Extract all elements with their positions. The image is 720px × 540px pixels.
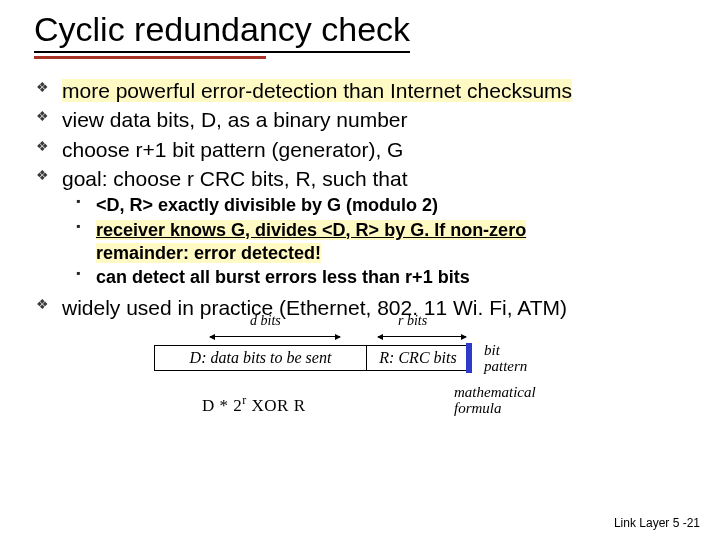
- formula-post: XOR R: [247, 396, 306, 415]
- bullet-text: goal: choose r CRC bits, R, such that: [62, 167, 408, 190]
- bitpattern-line1: bit: [484, 342, 500, 358]
- dbits-arrow: [210, 329, 340, 343]
- slide-title-wrap: Cyclic redundancy check: [34, 10, 696, 53]
- crc-diagram: d bits r bits D: data bits to be sent R:…: [154, 327, 574, 427]
- bitpattern-line2: pattern: [484, 358, 527, 374]
- bullet-text: view data bits, D, as a binary number: [62, 108, 408, 131]
- rbits-arrow: [378, 329, 466, 343]
- bullet-text: widely used in practice (Ethernet, 802. …: [62, 296, 567, 319]
- sub-bullet-text-line1: receiver knows G, divides <D, R> by G. I…: [96, 220, 526, 240]
- bitpattern-box: D: data bits to be sent R: CRC bits: [154, 345, 470, 371]
- math-formula-line2: formula: [454, 400, 502, 416]
- dbits-label: d bits: [250, 313, 281, 329]
- sub-bullet-text: can detect all burst errors less than r+…: [96, 267, 470, 287]
- sub-bullet-item: receiver knows G, divides <D, R> by G. I…: [74, 219, 696, 266]
- bullet-item: widely used in practice (Ethernet, 802. …: [34, 294, 696, 321]
- title-underline-accent: [34, 56, 266, 59]
- slide-title: Cyclic redundancy check: [34, 10, 410, 53]
- sub-bullet-text-line2: remainder: error detected!: [96, 243, 321, 263]
- sub-bullet-text: <D, R> exactly divisible by G (modulo 2): [96, 195, 438, 215]
- bullet-item: more powerful error-detection than Inter…: [34, 77, 696, 104]
- math-formula-label: mathematical formula: [454, 385, 536, 417]
- bullet-list: more powerful error-detection than Inter…: [34, 77, 696, 192]
- rbits-label: r bits: [398, 313, 427, 329]
- bullet-list-2: widely used in practice (Ethernet, 802. …: [34, 294, 696, 321]
- sub-bullet-list: <D, R> exactly divisible by G (modulo 2)…: [74, 194, 696, 290]
- bullet-item: goal: choose r CRC bits, R, such that: [34, 165, 696, 192]
- data-bits-cell: D: data bits to be sent: [155, 346, 367, 370]
- slide-footer: Link Layer 5 -21: [614, 516, 700, 530]
- formula: D * 2r XOR R: [202, 393, 306, 416]
- bullet-text: choose r+1 bit pattern (generator), G: [62, 138, 403, 161]
- math-formula-line1: mathematical: [454, 384, 536, 400]
- bullet-item: view data bits, D, as a binary number: [34, 106, 696, 133]
- sub-bullet-item: <D, R> exactly divisible by G (modulo 2): [74, 194, 696, 217]
- sub-bullet-item: can detect all burst errors less than r+…: [74, 266, 696, 289]
- bullet-item: choose r+1 bit pattern (generator), G: [34, 136, 696, 163]
- crc-bits-cell: R: CRC bits: [367, 346, 469, 370]
- bullet-text: more powerful error-detection than Inter…: [62, 79, 572, 102]
- bitpattern-label: bit pattern: [484, 343, 527, 375]
- formula-pre: D * 2: [202, 396, 242, 415]
